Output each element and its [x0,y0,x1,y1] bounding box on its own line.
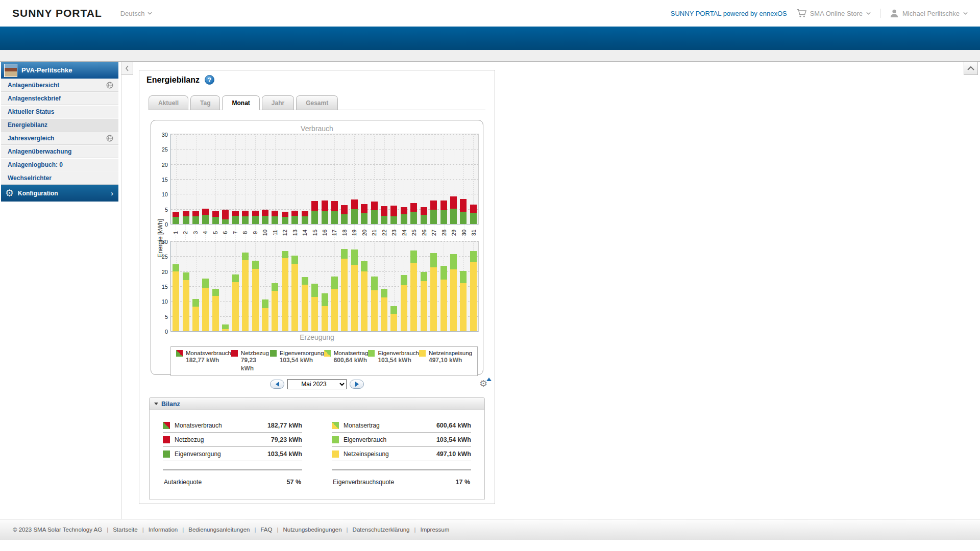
bar-segment-netzeinspeisung [173,271,179,331]
bar-segment-eigenversorgung [450,209,457,224]
chart-bar-day-29 [449,134,458,224]
footer-link-faq[interactable]: FAQ [260,527,272,533]
sidebar-item-label: Jahresvergleich [8,135,54,142]
bar-segment-netzbezug [192,211,199,217]
footer-link-startseite[interactable]: Startseite [113,527,138,533]
chart-bar-day-4 [201,241,210,331]
next-month-button[interactable] [350,380,364,389]
chart-bar-day-30 [458,134,468,224]
stacked-bar [202,279,209,331]
globe-icon [106,82,113,89]
stacked-bar [192,211,199,224]
bar-segment-netzbezug [262,210,268,215]
chart-bar-day-13 [290,134,300,224]
tab-gesamt[interactable]: Gesamt [296,95,338,110]
bar-segment-eigenversorgung [390,216,397,224]
day-label-cell: 12 [280,224,289,241]
bar-segment-netzeinspeisung [421,281,427,331]
bar-segment-netzeinspeisung [410,263,417,331]
chart-settings-button[interactable]: ⚙ [479,379,491,390]
chart-bar-day-6 [220,241,230,331]
bar-segment-netzeinspeisung [272,291,278,331]
legend-label: Netzeinspeisung [429,349,472,357]
user-menu[interactable]: Michael Perlitschke [890,9,968,18]
sidebar-item-anlagenlogbuch-0[interactable]: Anlagenlogbuch: 0 [1,158,118,171]
sidebar-item-label: Energiebilanz [8,121,47,129]
chart-bar-day-4 [201,134,210,224]
sidebar-item-wechselrichter[interactable]: Wechselrichter [1,171,118,185]
legend-value: 79,23 kWh [241,357,270,372]
bar-segment-netzbezug [421,207,427,215]
chevron-right-icon: › [111,189,113,197]
stacked-bar [311,201,318,224]
footer-link-datenschutzerkl-rung[interactable]: Datenschutzerklärung [353,527,410,533]
powered-by-link[interactable]: SUNNY PORTAL powered by ennexOS [671,10,787,17]
legend-swatch [419,350,426,357]
page-title-row: Energiebilanz ? [146,75,214,85]
tab-monat[interactable]: Monat [222,95,259,110]
chart-bar-day-3 [191,134,201,224]
stacked-bar [460,271,467,332]
sidebar-collapse-button[interactable] [121,62,133,75]
online-store-menu[interactable]: SMA Online Store [796,9,871,18]
bilanz-header[interactable]: Bilanz [149,397,485,410]
day-label: 29 [451,230,457,236]
month-select[interactable]: Mai 2023 [287,379,347,389]
sidebar-item-anlagen-bersicht[interactable]: Anlagenübersicht [1,79,118,92]
chart-bar-day-20 [359,134,369,224]
bar-segment-netzbezug [390,206,397,216]
sidebar-item-anlagen-berwachung[interactable]: Anlagenüberwachung [1,145,118,158]
sidebar-item-energiebilanz[interactable]: Energiebilanz [1,118,118,132]
stacked-bar [331,201,338,224]
footer-link-information[interactable]: Information [149,527,178,533]
tab-jahr[interactable]: Jahr [262,95,294,110]
plant-header[interactable]: PVA-Perlitschke [1,62,118,79]
y-tick-label: 10 [155,191,168,197]
bar-segment-netzbezug [173,212,179,217]
day-label: 13 [292,230,298,236]
language-dropdown[interactable]: Deutsch [120,10,153,17]
sidebar-item-jahresvergleich[interactable]: Jahresvergleich [1,132,118,145]
bar-segment-netzeinspeisung [361,271,368,331]
bar-segment-eigenverbrauch [470,251,477,262]
scroll-top-button[interactable] [964,62,978,75]
footer-link-nutzungsbedingungen[interactable]: Nutzungsbedingungen [283,527,341,533]
y-tick-label: 25 [155,146,168,153]
sidebar-item-konfiguration[interactable]: ⚙ Konfiguration › [1,185,118,202]
day-label: 28 [441,230,447,236]
bar-segment-netzeinspeisung [242,260,249,331]
chart-bar-day-10 [260,241,270,331]
quote-label: Eigenverbrauchsquote [333,479,394,486]
legend-label: Netzbezug [241,349,270,357]
help-icon[interactable]: ? [205,75,214,85]
bar-segment-eigenversorgung [361,213,368,224]
bar-segment-eigenverbrauch [341,249,348,259]
chart-bar-day-1 [171,134,181,224]
tab-tag[interactable]: Tag [190,95,220,110]
stacked-bar [430,253,437,331]
previous-month-button[interactable] [270,380,284,389]
bar-segment-eigenverbrauch [381,289,387,297]
bar-segment-eigenverbrauch [282,251,288,258]
bar-segment-eigenverbrauch [351,249,358,264]
tab-aktuell[interactable]: Aktuell [149,95,188,110]
chart-bar-day-26 [419,134,429,224]
bar-segment-netzbezug [410,203,417,212]
stacked-bar [252,211,259,224]
footer-link-bedienungsanleitungen[interactable]: Bedienungsanleitungen [188,527,250,533]
stacked-bar [361,204,368,224]
bar-segment-eigenversorgung [322,211,328,224]
bar-segment-netzbezug [291,211,298,216]
chart-bar-day-28 [438,241,448,331]
production-chart-title: Erzeugung [155,333,479,342]
day-label-cell: 6 [220,224,230,241]
stacked-bar [272,283,278,331]
bar-segment-netzbezug [212,211,219,217]
gear-icon: ⚙ [5,188,14,198]
footer-link-impressum[interactable]: Impressum [420,527,449,533]
sidebar-item-label: Anlagenlogbuch: 0 [8,161,63,168]
sidebar-item-aktueller-status[interactable]: Aktueller Status [1,105,118,118]
sidebar-item-label: Aktueller Status [8,108,54,115]
sidebar-item-anlagensteckbrief[interactable]: Anlagensteckbrief [1,92,118,105]
legend-label: Eigenversorgung [280,349,324,357]
